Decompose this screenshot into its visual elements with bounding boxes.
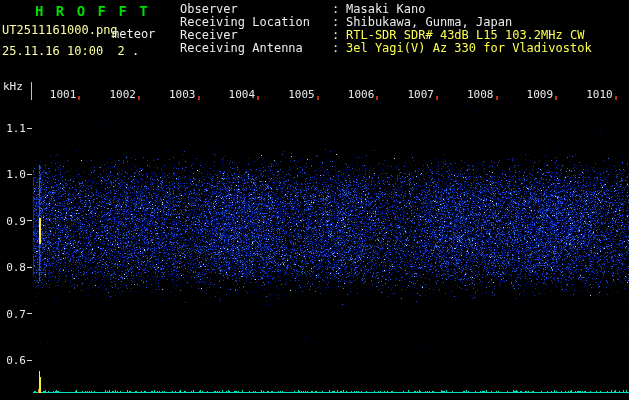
station-info-block: Observer:Masaki KanoReceiving Location:S… — [180, 3, 592, 55]
time-tick-label: 1004 — [229, 88, 256, 101]
time-tick-label: 1010 — [586, 88, 613, 101]
freq-tick-label: 0.9 — [0, 215, 26, 228]
freq-tick-label: 1.0 — [0, 168, 26, 181]
output-filename: UT2511161000.png — [2, 23, 118, 37]
info-value: RTL-SDR SDR# 43dB L15 103.2MHz CW — [346, 28, 584, 42]
info-value: Shibukawa, Gunma, Japan — [346, 15, 512, 29]
app-title: H R O F F T — [35, 3, 150, 19]
time-tick-label: 1007 — [407, 88, 434, 101]
time-tick-label: 1003 — [169, 88, 196, 101]
y-axis-unit-label: kHz — [3, 80, 23, 93]
time-tick-label: 1001 — [50, 88, 77, 101]
freq-tick-label: 0.8 — [0, 261, 26, 274]
info-row: Receiving Antenna:3el Yagi(V) Az 330 for… — [180, 42, 592, 55]
time-tick-label: 1009 — [527, 88, 554, 101]
info-separator: : — [332, 42, 346, 55]
freq-tick-label: 0.6 — [0, 354, 26, 367]
time-tick-label: 1002 — [109, 88, 136, 101]
freq-tick-label: 0.7 — [0, 308, 26, 321]
info-label: Receiving Antenna — [180, 42, 332, 55]
mode-label: meteor — [112, 27, 155, 41]
time-tick-label: 1008 — [467, 88, 494, 101]
freq-tick-label: 1.1 — [0, 122, 26, 135]
info-value: Masaki Kano — [346, 2, 425, 16]
hrofft-screen: H R O F F T UT2511161000.png meteor 25.1… — [0, 0, 629, 400]
spectrogram-canvas — [0, 0, 629, 400]
time-tick-label: 1006 — [348, 88, 375, 101]
time-tick-label: 1005 — [288, 88, 315, 101]
datetime-label: 25.11.16 10:00 2 . — [2, 44, 139, 58]
info-value: 3el Yagi(V) Az 330 for Vladivostok — [346, 41, 592, 55]
